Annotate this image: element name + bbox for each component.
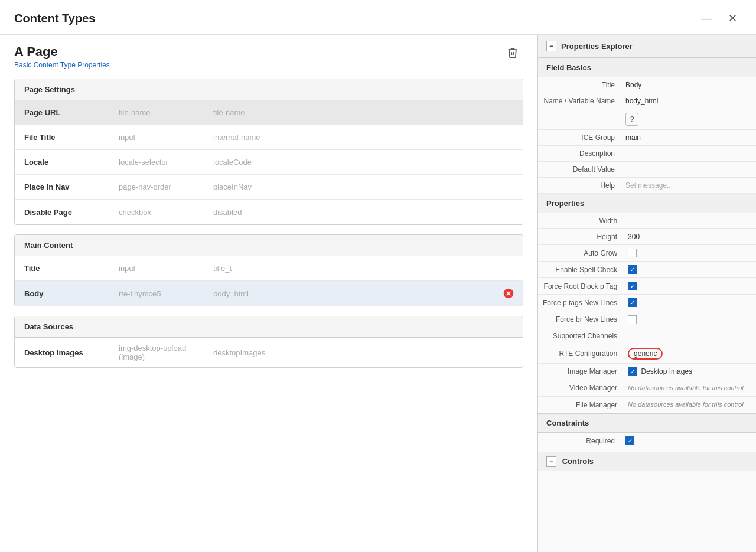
- row-type: file-name: [119, 108, 213, 117]
- basic-properties-link[interactable]: Basic Content Type Properties: [14, 61, 110, 69]
- table-row: Page URL file-name file-name: [15, 100, 523, 125]
- prop-value: [621, 162, 756, 178]
- main-content-section: Main Content Title input title_t Body rt…: [14, 234, 523, 306]
- constraints-header: Constraints: [538, 413, 756, 433]
- delete-row-button[interactable]: [501, 286, 516, 301]
- table-row-body[interactable]: Body rte-tinymce5 body_html: [15, 281, 523, 306]
- row-value: body_html: [213, 289, 249, 298]
- row-type: rte-tinymce5: [119, 289, 213, 298]
- properties-explorer-title: Properties Explorer: [561, 42, 633, 51]
- prop-label: Auto Grow: [538, 245, 623, 262]
- properties-header: Properties: [538, 194, 756, 213]
- table-row: Width: [538, 213, 756, 229]
- table-row: Auto Grow: [538, 245, 756, 262]
- row-type: img-desktop-upload (image): [119, 344, 213, 361]
- prop-value: [623, 328, 756, 344]
- row-type: locale-selector: [119, 158, 213, 166]
- prop-value: ✓: [623, 262, 756, 278]
- prop-label: Name / Variable Name: [538, 93, 621, 109]
- dialog-body: A Page Basic Content Type Properties Pag…: [0, 35, 756, 552]
- table-row: File Title input internal-name: [15, 125, 523, 150]
- prop-label: Height: [538, 229, 623, 245]
- page-header: A Page Basic Content Type Properties: [14, 44, 523, 69]
- table-row: Default Value: [538, 162, 756, 178]
- prop-label: [538, 109, 621, 130]
- main-content-header: Main Content: [15, 235, 523, 256]
- table-row: File Manager No datasources available fo…: [538, 397, 756, 413]
- page-title-section: A Page Basic Content Type Properties: [14, 44, 110, 69]
- prop-label: Title: [538, 77, 621, 93]
- page-settings-header: Page Settings: [15, 79, 523, 100]
- prop-value: 300: [623, 229, 756, 245]
- video-manager-no-data: No datasources available for this contro…: [628, 384, 744, 391]
- prop-value: ✓ Desktop Images: [623, 363, 756, 380]
- image-manager-value: Desktop Images: [641, 367, 692, 375]
- prop-label: Force Root Block p Tag: [538, 278, 623, 295]
- prop-value: [623, 245, 756, 262]
- prop-value: [623, 311, 756, 328]
- prop-value: [623, 213, 756, 229]
- page-settings-section: Page Settings Page URL file-name file-na…: [14, 79, 523, 225]
- table-row: Locale locale-selector localeCode: [15, 150, 523, 175]
- row-value: disabled: [213, 208, 242, 217]
- force-p-tags-checkbox[interactable]: ✓: [628, 298, 637, 307]
- constraints-table: Required ✓: [538, 433, 756, 449]
- page-title: A Page: [14, 44, 110, 60]
- table-row: Height 300: [538, 229, 756, 245]
- close-button[interactable]: ✕: [724, 9, 742, 27]
- prop-label: Default Value: [538, 162, 621, 178]
- row-label: Disable Page: [24, 208, 119, 217]
- help-button[interactable]: ?: [625, 113, 638, 126]
- spell-check-checkbox[interactable]: ✓: [628, 265, 637, 274]
- table-row: Help Set message...: [538, 178, 756, 194]
- prop-value: [621, 146, 756, 162]
- table-row: Desktop Images img-desktop-upload (image…: [15, 338, 523, 367]
- row-label: Page URL: [24, 108, 119, 117]
- row-label: File Title: [24, 133, 119, 142]
- row-label: Title: [24, 264, 119, 273]
- prop-value: ✓: [623, 295, 756, 311]
- right-panel: − Properties Explorer Field Basics Title…: [537, 35, 756, 552]
- prop-value: generic: [623, 344, 756, 363]
- prop-value: No datasources available for this contro…: [623, 380, 756, 396]
- prop-label: Force br New Lines: [538, 311, 623, 328]
- prop-value: body_html: [621, 93, 756, 109]
- left-panel: A Page Basic Content Type Properties Pag…: [0, 35, 537, 552]
- row-value: internal-name: [213, 133, 260, 142]
- prop-label: Image Manager: [538, 363, 623, 380]
- table-row: Image Manager ✓ Desktop Images: [538, 363, 756, 380]
- delete-page-button[interactable]: [502, 44, 523, 63]
- table-row: ?: [538, 109, 756, 130]
- table-row: RTE Configuration generic: [538, 344, 756, 363]
- row-type: checkbox: [119, 208, 213, 217]
- row-type: page-nav-order: [119, 182, 213, 191]
- dialog-controls: — ✕: [696, 9, 742, 27]
- properties-explorer-header: − Properties Explorer: [538, 35, 756, 58]
- table-row: Video Manager No datasources available f…: [538, 380, 756, 396]
- row-value: placeInNav: [213, 182, 252, 191]
- table-row: ICE Group main: [538, 130, 756, 146]
- image-manager-checkbox[interactable]: ✓: [628, 367, 637, 376]
- table-row: Force p tags New Lines ✓: [538, 295, 756, 311]
- prop-label: Required: [538, 433, 621, 449]
- force-br-checkbox[interactable]: [628, 315, 637, 324]
- force-root-block-checkbox[interactable]: ✓: [628, 282, 637, 290]
- collapse-icon: −: [546, 41, 556, 51]
- prop-label: Force p tags New Lines: [538, 295, 623, 311]
- prop-value: ✓: [623, 278, 756, 295]
- prop-label: Supported Channels: [538, 328, 623, 344]
- prop-label: RTE Configuration: [538, 344, 623, 363]
- prop-label: Help: [538, 178, 621, 194]
- auto-grow-checkbox[interactable]: [628, 249, 637, 257]
- minimize-button[interactable]: —: [696, 10, 716, 27]
- row-label: Desktop Images: [24, 348, 119, 357]
- data-sources-section: Data Sources Desktop Images img-desktop-…: [14, 316, 523, 368]
- field-basics-header: Field Basics: [538, 58, 756, 77]
- prop-label: Enable Spell Check: [538, 262, 623, 278]
- data-sources-header: Data Sources: [15, 316, 523, 338]
- prop-value: No datasources available for this contro…: [623, 397, 756, 413]
- prop-label: Video Manager: [538, 380, 623, 396]
- required-checkbox[interactable]: ✓: [625, 436, 634, 445]
- field-basics-table: Title Body Name / Variable Name body_htm…: [538, 77, 756, 194]
- table-row: Place in Nav page-nav-order placeInNav: [15, 175, 523, 200]
